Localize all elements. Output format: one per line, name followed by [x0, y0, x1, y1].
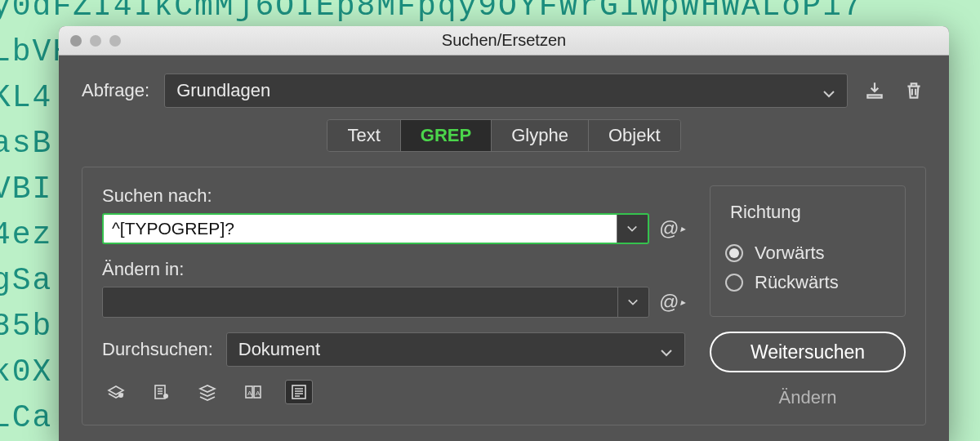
- tab-glyph[interactable]: Glyphe: [492, 120, 589, 151]
- query-label: Abfrage:: [82, 80, 149, 101]
- locked-stories-icon[interactable]: [148, 380, 176, 404]
- save-query-button[interactable]: [862, 78, 887, 103]
- replace-label: Ändern in:: [102, 259, 685, 280]
- change-button[interactable]: Ändern: [710, 387, 906, 408]
- svg-point-0: [118, 393, 123, 398]
- radio-unselected-icon: [725, 274, 743, 292]
- mode-tabs: Text GREP Glyphe Objekt: [82, 119, 926, 152]
- search-history-dropdown[interactable]: [617, 215, 648, 243]
- find-replace-dialog: Suchen/Ersetzen Abfrage: Grundlagen Text…: [59, 26, 949, 441]
- search-panel: Suchen nach: ^[TYPOGREP]? @▸ Ändern in:: [82, 167, 926, 425]
- titlebar: Suchen/Ersetzen: [59, 26, 949, 56]
- footnotes-icon[interactable]: [285, 380, 313, 404]
- replace-history-dropdown[interactable]: [617, 287, 648, 317]
- search-label: Suchen nach:: [102, 185, 685, 207]
- direction-fieldset: Richtung Vorwärts Rückwärts: [710, 185, 906, 317]
- scope-label: Durchsuchen:: [102, 339, 213, 360]
- query-select[interactable]: Grundlagen: [164, 74, 848, 108]
- hidden-layers-icon[interactable]: [194, 380, 221, 404]
- delete-query-button[interactable]: [902, 78, 926, 103]
- chevron-down-icon: [660, 343, 673, 356]
- locked-layers-icon[interactable]: [102, 380, 130, 404]
- find-next-button[interactable]: Weitersuchen: [710, 332, 906, 372]
- chevron-down-icon: [822, 84, 835, 97]
- direction-label: Richtung: [725, 202, 806, 223]
- query-value: Grundlagen: [176, 80, 270, 101]
- window-title: Suchen/Ersetzen: [59, 31, 949, 50]
- search-input[interactable]: ^[TYPOGREP]?: [102, 213, 649, 244]
- dialog-content: Abfrage: Grundlagen Text GREP Glyphe Obj…: [59, 56, 949, 441]
- tab-text[interactable]: Text: [327, 120, 400, 151]
- search-value: ^[TYPOGREP]?: [104, 215, 617, 243]
- svg-text:A: A: [256, 390, 261, 397]
- svg-point-2: [163, 394, 168, 399]
- direction-backward-label: Rückwärts: [755, 272, 839, 293]
- scope-select[interactable]: Dokument: [226, 332, 685, 367]
- direction-forward-label: Vorwärts: [755, 243, 825, 264]
- master-pages-icon[interactable]: AA: [239, 380, 267, 404]
- direction-forward[interactable]: Vorwärts: [725, 243, 890, 264]
- svg-text:A: A: [247, 390, 252, 397]
- radio-selected-icon: [725, 244, 743, 262]
- special-chars-replace-button[interactable]: @▸: [659, 291, 685, 314]
- special-chars-button[interactable]: @▸: [659, 217, 685, 240]
- tab-grep[interactable]: GREP: [401, 120, 492, 151]
- replace-input[interactable]: [102, 287, 649, 318]
- replace-value: [103, 287, 617, 317]
- search-option-icons: AA: [102, 380, 685, 404]
- tab-object[interactable]: Objekt: [589, 120, 680, 151]
- direction-backward[interactable]: Rückwärts: [725, 272, 890, 293]
- scope-value: Dokument: [238, 339, 320, 360]
